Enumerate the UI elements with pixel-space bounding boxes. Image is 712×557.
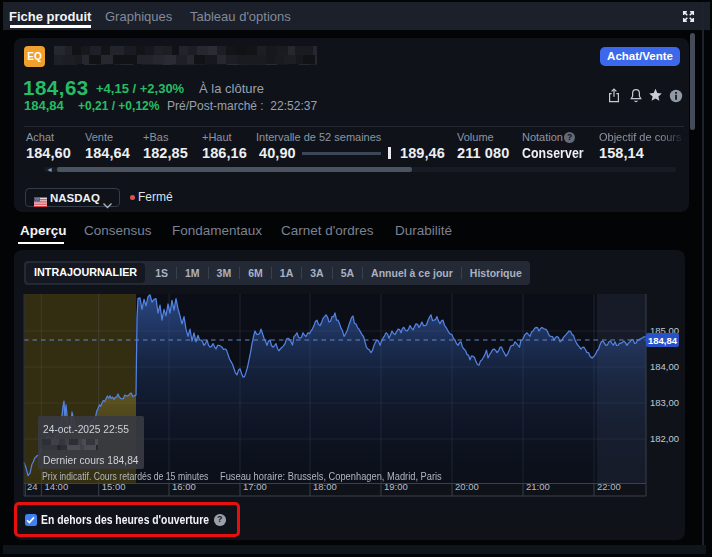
svg-text:22:00: 22:00 bbox=[597, 481, 621, 492]
svg-text:14:00: 14:00 bbox=[44, 481, 68, 492]
svg-text:17:00: 17:00 bbox=[243, 481, 267, 492]
svg-text:20:00: 20:00 bbox=[455, 481, 479, 492]
svg-text:184,00: 184,00 bbox=[650, 361, 679, 372]
svg-text:184,84: 184,84 bbox=[648, 335, 678, 346]
svg-text:19:00: 19:00 bbox=[384, 481, 408, 492]
svg-text:18:00: 18:00 bbox=[313, 481, 337, 492]
svg-text:15:00: 15:00 bbox=[102, 481, 126, 492]
svg-text:21:00: 21:00 bbox=[526, 481, 550, 492]
svg-text:183,00: 183,00 bbox=[650, 397, 679, 408]
svg-text:16:00: 16:00 bbox=[172, 481, 196, 492]
svg-text:182,00: 182,00 bbox=[650, 433, 679, 444]
svg-text:24: 24 bbox=[27, 481, 38, 492]
